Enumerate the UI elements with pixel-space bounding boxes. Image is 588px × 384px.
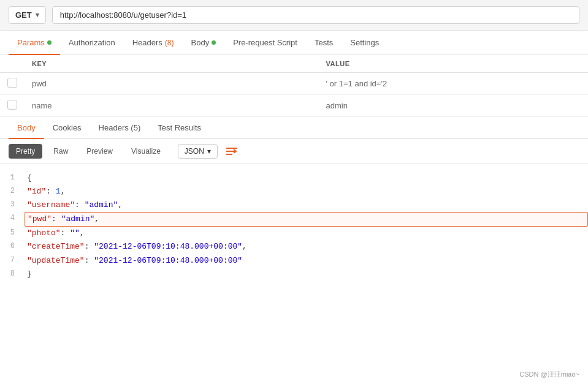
method-chevron: ▾ (36, 11, 39, 19)
view-visualize-btn[interactable]: Visualize (124, 144, 168, 159)
json-viewer: 1{2"id": 1,3"username": "admin",4"pwd": … (0, 164, 588, 288)
url-input[interactable] (52, 6, 579, 24)
body-tab-body-label: Body (17, 123, 36, 132)
params-section: KEY VALUE pwd ' or 1=1 and id='2 name ad… (0, 55, 588, 117)
row2-key[interactable]: name (25, 95, 319, 117)
line-content: "id": 1, (25, 185, 588, 198)
tab-settings-label: Settings (350, 38, 379, 47)
row2-value[interactable]: admin (319, 95, 589, 117)
tab-headers-label: Headers (132, 38, 162, 47)
line-content: } (25, 268, 588, 281)
json-line-7: 7"updateTime": "2021-12-06T09:10:48.000+… (0, 254, 588, 268)
row2-checkbox[interactable] (7, 100, 17, 110)
tab-authorization[interactable]: Authorization (60, 31, 124, 55)
line-content: "username": "admin", (25, 198, 588, 212)
body-tabs: Body Cookies Headers (5) Test Results (0, 117, 588, 139)
line-number: 7 (0, 254, 25, 266)
tab-settings[interactable]: Settings (342, 31, 388, 55)
json-line-2: 2"id": 1, (0, 185, 588, 198)
tab-params[interactable]: Params (9, 31, 60, 55)
method-label: GET (15, 10, 32, 20)
params-dot (47, 40, 52, 45)
view-raw-btn[interactable]: Raw (46, 144, 75, 159)
viewer-toolbar: Pretty Raw Preview Visualize JSON ▾ (0, 139, 588, 164)
tab-tests[interactable]: Tests (306, 31, 342, 55)
view-pretty-btn[interactable]: Pretty (9, 144, 42, 159)
body-tab-testresults-label: Test Results (158, 123, 201, 132)
tab-authorization-label: Authorization (69, 38, 115, 47)
params-table: KEY VALUE pwd ' or 1=1 and id='2 name ad… (0, 55, 588, 117)
table-row: name admin (0, 95, 588, 117)
line-number: 8 (0, 268, 25, 280)
json-line-1: 1{ (0, 171, 588, 185)
line-content: "createTime": "2021-12-06T09:10:48.000+0… (25, 240, 588, 254)
row1-key[interactable]: pwd (25, 73, 319, 95)
body-tab-headers5[interactable]: Headers (5) (90, 117, 150, 138)
line-content: "photo": "", (25, 227, 588, 240)
line-number: 6 (0, 240, 25, 252)
tab-body-label: Body (191, 38, 210, 47)
json-line-6: 6"createTime": "2021-12-06T09:10:48.000+… (0, 240, 588, 254)
line-content: { (25, 171, 588, 185)
key-col-header: KEY (25, 55, 319, 73)
tab-headers[interactable]: Headers (8) (124, 31, 183, 55)
format-label: JSON (185, 147, 204, 156)
body-tab-cookies-label: Cookies (53, 123, 82, 132)
wrap-icon (225, 146, 239, 157)
json-line-8: 8} (0, 268, 588, 281)
line-number: 4 (0, 212, 25, 224)
line-content: "pwd": "admin", (25, 212, 588, 227)
body-tab-headers5-label: Headers (5) (99, 123, 141, 132)
tab-pre-request[interactable]: Pre-request Script (224, 31, 306, 55)
line-number: 5 (0, 227, 25, 239)
json-line-5: 5"photo": "", (0, 227, 588, 240)
view-preview-btn[interactable]: Preview (79, 144, 120, 159)
format-chevron: ▾ (207, 147, 211, 156)
tab-body[interactable]: Body (183, 31, 225, 55)
tab-tests-label: Tests (315, 38, 333, 47)
request-tabs: Params Authorization Headers (8) Body Pr… (0, 31, 588, 55)
json-line-3: 3"username": "admin", (0, 198, 588, 212)
body-tab-testresults[interactable]: Test Results (149, 117, 210, 138)
headers-badge: (8) (165, 39, 174, 47)
wrap-btn[interactable] (225, 146, 239, 157)
body-dot (212, 40, 216, 45)
line-number: 3 (0, 198, 25, 211)
format-select[interactable]: JSON ▾ (178, 144, 218, 159)
row1-value[interactable]: ' or 1=1 and id='2 (319, 73, 589, 95)
line-content: "updateTime": "2021-12-06T09:10:48.000+0… (25, 254, 588, 268)
table-row: pwd ' or 1=1 and id='2 (0, 73, 588, 95)
line-number: 1 (0, 171, 25, 184)
row1-checkbox-cell (0, 73, 25, 95)
body-tab-cookies[interactable]: Cookies (44, 117, 90, 138)
method-select[interactable]: GET ▾ (9, 6, 46, 24)
url-bar: GET ▾ (0, 0, 588, 31)
row2-checkbox-cell (0, 95, 25, 117)
json-line-4: 4"pwd": "admin", (0, 212, 588, 227)
body-tab-body[interactable]: Body (9, 117, 44, 138)
line-number: 2 (0, 185, 25, 197)
value-col-header: VALUE (319, 55, 589, 73)
tab-pre-request-label: Pre-request Script (233, 38, 297, 47)
checkbox-col-header (0, 55, 25, 73)
row1-checkbox[interactable] (7, 78, 17, 88)
tab-params-label: Params (17, 38, 45, 47)
